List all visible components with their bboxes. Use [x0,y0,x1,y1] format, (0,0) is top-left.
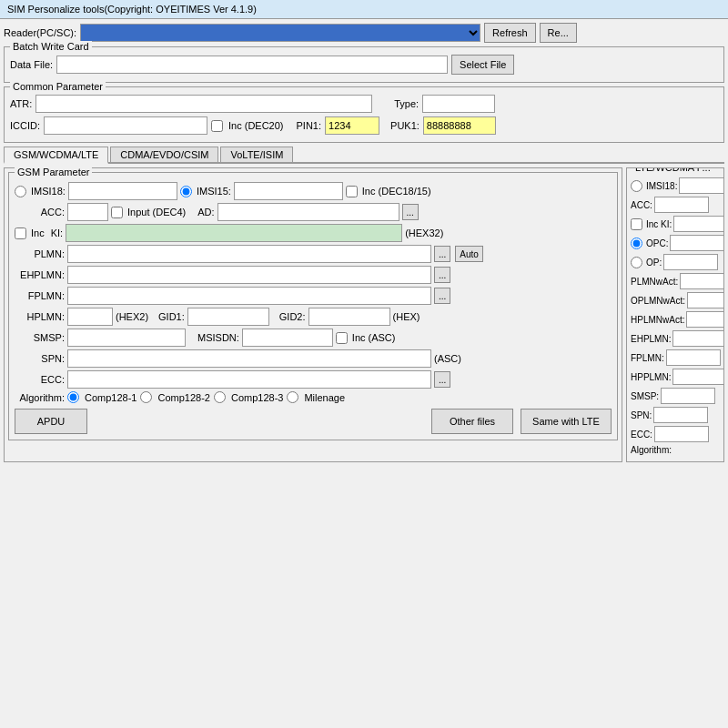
same-with-lte-button[interactable]: Same with LTE [521,409,612,434]
ehplmn-btn[interactable]: ... [434,267,450,283]
lte-inc-ki-checkbox[interactable] [631,218,642,230]
imsi15-input[interactable] [234,182,343,200]
lte-ki-input[interactable] [673,216,724,232]
pin1-input[interactable] [325,116,379,135]
data-file-label: Data File: [10,59,53,70]
auto-btn[interactable]: Auto [455,246,483,262]
gid1-input[interactable] [187,308,269,326]
lte-ecc-input[interactable] [654,426,709,442]
hplmn-input[interactable] [67,308,113,326]
ki-label: KI: [51,228,63,238]
lte-ehplmn-label: EHPLMN: [631,334,671,344]
reset-button[interactable]: Re... [540,23,577,43]
lte-imsi18-radio[interactable] [631,180,642,192]
fplmn-input[interactable] [67,287,431,305]
tab-volte-isim[interactable]: VoLTE/ISIM [220,147,293,162]
inc-ki-checkbox[interactable] [15,228,26,239]
left-panel: GSM Parameter IMSI18: IMSI15: Inc (DEC18… [4,167,622,462]
tab-cdma-evdo-csim[interactable]: CDMA/EVDO/CSIM [110,147,218,162]
ad-btn[interactable]: ... [402,204,419,220]
lte-imsi18-label: IMSI18: [646,181,677,191]
data-file-row: Data File: Select File [10,55,718,75]
acc-input[interactable] [67,203,108,221]
other-files-button[interactable]: Other files [431,409,513,434]
imsi18-input[interactable] [68,182,177,200]
lte-hplmnwact-input[interactable] [686,311,724,328]
select-file-button[interactable]: Select File [451,55,514,75]
gid1-label: GID1: [158,311,185,322]
lte-opc-radio[interactable] [631,238,642,249]
smsp-input[interactable] [67,329,186,347]
ehplmn-row: EHPLMN: ... [15,266,612,284]
hplmn-row: HPLMN: (HEX2) GID1: GID2: (HEX) [15,308,612,326]
lte-smsp-row: SMSP: [631,388,720,404]
msisdn-input[interactable] [242,329,333,347]
comp128-2-radio[interactable] [140,391,152,403]
ki-input[interactable] [66,224,402,242]
comp128-2-label: Comp128-2 [157,392,209,403]
gid2-label: GID2: [279,311,306,322]
panels-container: GSM Parameter IMSI18: IMSI15: Inc (DEC18… [4,167,724,462]
ehplmn-input[interactable] [67,266,431,284]
lte-acc-input[interactable] [654,197,709,213]
puk1-input[interactable] [423,116,496,135]
spn-input[interactable] [67,349,431,368]
inc-dec1815-checkbox[interactable] [346,186,358,197]
lte-hplmnwact-label: HPLMNwAct: [631,315,684,325]
lte-algorithm-row: Algorithm: [631,445,720,455]
inc-dec20-checkbox[interactable] [211,120,223,132]
spn-label: SPN: [15,353,65,364]
fplmn-row: FPLMN: ... [15,287,612,305]
ad-input[interactable] [217,203,399,221]
lte-hpplmn-row: HPPLMN: [631,369,720,385]
atr-input[interactable] [35,95,372,113]
apdu-button[interactable]: APDU [15,409,87,434]
lte-spn-label: SPN: [631,410,652,420]
bottom-left-buttons: APDU [15,409,87,434]
data-file-input[interactable] [56,56,448,74]
ecc-input[interactable] [67,370,431,389]
lte-oplmnwact-input[interactable] [687,292,724,308]
plmn-input[interactable] [67,245,431,263]
imsi18-radio[interactable] [15,186,26,197]
plmn-btn[interactable]: ... [434,246,450,262]
lte-opc-label: OPC: [646,238,668,248]
lte-plmnwact-input[interactable] [680,273,724,289]
refresh-button[interactable]: Refresh [484,23,536,43]
fplmn-btn[interactable]: ... [434,288,450,304]
lte-spn-input[interactable] [653,407,708,423]
imsi15-radio[interactable] [180,186,192,197]
msisdn-inc-checkbox[interactable] [336,332,348,344]
reader-dropdown[interactable] [462,24,480,42]
lte-ecc-row: ECC: [631,426,720,442]
lte-op-radio[interactable] [631,257,642,268]
comp128-1-radio[interactable] [67,391,79,403]
lte-ki-row: Inc KI: [631,216,720,232]
lte-smsp-label: SMSP: [631,391,659,401]
lte-opc-input[interactable] [670,235,724,251]
type-input[interactable] [422,95,495,113]
iccid-row: ICCID: Inc (DEC20) PIN1: PUK1: [10,116,718,135]
reader-input[interactable] [80,24,480,42]
imsi-row: IMSI18: IMSI15: Inc (DEC18/15) [15,182,612,200]
ecc-btn[interactable]: ... [434,371,450,388]
lte-smsp-input[interactable] [661,388,715,404]
lte-op-input[interactable] [663,254,718,270]
input-dec4-checkbox[interactable] [111,207,123,218]
lte-ehplmn-input[interactable] [672,330,724,347]
comp128-3-radio[interactable] [214,391,226,403]
reader-row: Reader(PC/SC): Refresh Re... [4,23,724,43]
spn-asc-label: (ASC) [434,353,461,364]
lte-imsi18-input[interactable] [679,177,724,194]
ki-row: Inc KI: (HEX32) [15,224,612,242]
lte-hpplmn-input[interactable] [672,369,724,385]
algorithm-row: Algorithm: Comp128-1 Comp128-2 Comp128-3… [15,391,612,403]
lte-fplmn-input[interactable] [666,349,721,366]
tab-gsm-wcdma-lte[interactable]: GSM/WCDMA/LTE [4,147,108,164]
milenage-radio[interactable] [287,391,298,403]
reader-label: Reader(PC/SC): [4,27,76,38]
pin1-label: PIN1: [297,120,322,131]
atr-row: ATR: Type: [10,95,718,113]
iccid-input[interactable] [44,116,207,135]
gid2-input[interactable] [308,308,390,326]
